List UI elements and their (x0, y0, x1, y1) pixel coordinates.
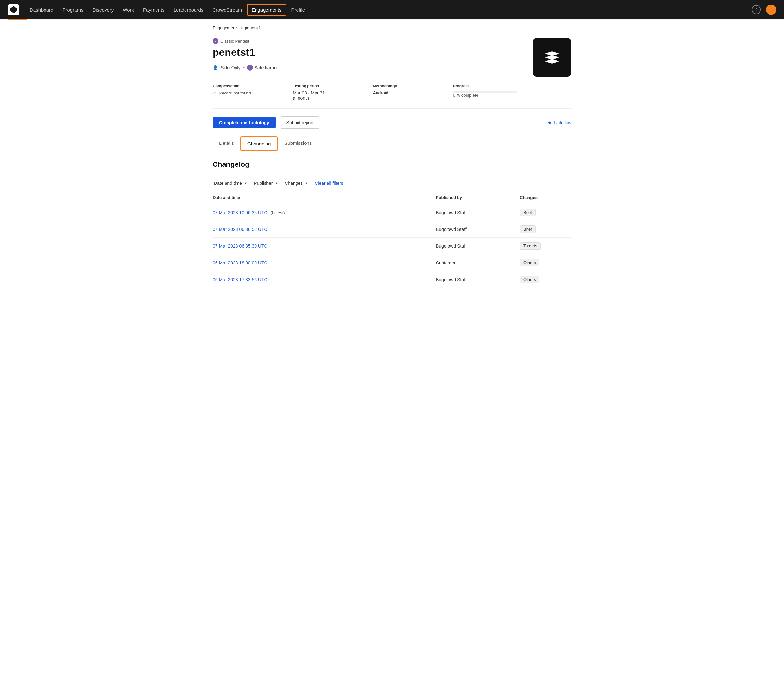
progress-text: 0 % complete (453, 93, 517, 98)
changelog-table: Date and time Published by Changes 07 Ma… (212, 191, 572, 288)
tab-submissions[interactable]: Submissions (278, 137, 318, 151)
nav-items: Dashboard Programs Discovery Work Paymen… (26, 4, 752, 16)
table-cell-date-4: 06 Mar 2023 17:33:56 UTC (212, 277, 436, 282)
filters-row: Date and time ▼ Publisher ▼ Changes ▼ Cl… (212, 175, 572, 191)
table-cell-date-3: 06 Mar 2023 18:00:00 UTC (212, 260, 436, 265)
nav-item-dashboard[interactable]: Dashboard (26, 5, 57, 15)
meta-solo: Solo-Only (221, 65, 240, 70)
testing-period-label: Testing period (293, 84, 357, 88)
stats-row: Compensation ⚠ Record not found Testing … (212, 77, 525, 100)
tabs: Details Changelog Submissions (212, 137, 572, 151)
filter-publisher-label: Publisher (254, 181, 273, 186)
table-row: 06 Mar 2023 18:00:00 UTC Customer Others (212, 255, 572, 271)
nav-item-profile[interactable]: Profile (287, 5, 309, 15)
person-icon: 👤 (212, 65, 218, 70)
change-badge-1: Brief (520, 225, 535, 233)
table-row: 06 Mar 2023 17:33:56 UTC Bugcrowd Staff … (212, 271, 572, 288)
filter-date-time-label: Date and time (214, 181, 242, 186)
chevron-down-icon-2: ▼ (275, 181, 278, 185)
date-link-1[interactable]: 07 Mar 2023 06:36:58 UTC (212, 227, 267, 232)
table-cell-date-1: 07 Mar 2023 06:36:58 UTC (212, 227, 436, 232)
stack-icon (544, 49, 561, 66)
header-left: ✓ Classic Pentest penetst1 👤 Solo-Only •… (212, 38, 525, 100)
warning-icon: ⚠ (212, 90, 217, 95)
submit-report-button[interactable]: Submit report (280, 117, 320, 129)
table-header: Date and time Published by Changes (212, 191, 572, 204)
avatar[interactable] (766, 5, 776, 15)
nav-item-engagements[interactable]: Engagements (247, 4, 286, 16)
changelog-section: Changelog Date and time ▼ Publisher ▼ Ch… (212, 151, 572, 288)
testing-period-sub: a month (293, 95, 357, 100)
meta-dot: • (243, 65, 245, 70)
unfollow-label: Unfollow (554, 120, 572, 125)
nav-item-programs[interactable]: Programs (58, 5, 87, 15)
stack-layer-2 (544, 55, 561, 60)
testing-period-value: Mar 03 - Mar 31 (293, 90, 357, 95)
unfollow-button[interactable]: ★ Unfollow (548, 120, 572, 125)
date-link-2[interactable]: 07 Mar 2023 06:35:30 UTC (212, 244, 267, 248)
safe-harbor-icon: ✓ (247, 65, 253, 71)
change-badge-4: Others (520, 276, 539, 283)
filter-date-time[interactable]: Date and time ▼ (212, 179, 249, 187)
nav-item-payments[interactable]: Payments (139, 5, 168, 15)
table-cell-change-3: Others (520, 259, 572, 267)
safe-harbor-badge: ✓ Safe harbor (247, 65, 278, 71)
clear-all-filters-button[interactable]: Clear all filters (315, 181, 343, 186)
header-section: ✓ Classic Pentest penetst1 👤 Solo-Only •… (212, 33, 572, 109)
table-header-changes: Changes (520, 195, 572, 200)
stat-compensation: Compensation ⚠ Record not found (212, 84, 285, 100)
stack-layer-1 (544, 51, 561, 56)
logo[interactable] (8, 4, 19, 15)
latest-badge-0: (Latest) (271, 210, 285, 215)
logo-icon (10, 6, 17, 13)
tab-details[interactable]: Details (212, 137, 240, 151)
header-image (533, 38, 572, 77)
table-cell-publisher-2: Bugcrowd Staff (436, 244, 520, 248)
changelog-title: Changelog (212, 160, 572, 169)
chevron-down-icon: ▼ (244, 181, 247, 185)
breadcrumb-parent[interactable]: Engagements (212, 25, 239, 30)
table-cell-change-4: Others (520, 276, 572, 283)
page-title: penetst1 (212, 46, 525, 58)
stack-layer-3 (544, 59, 561, 64)
date-link-0[interactable]: 07 Mar 2023 10:06:35 UTC (212, 210, 267, 215)
table-cell-change-1: Brief (520, 225, 572, 233)
table-cell-publisher-1: Bugcrowd Staff (436, 227, 520, 232)
nav-item-leaderboards[interactable]: Leaderboards (170, 5, 208, 15)
stat-methodology: Methodology Android (373, 84, 445, 100)
progress-label: Progress (453, 84, 517, 88)
pentest-badge-label: Classic Pentest (221, 39, 249, 44)
change-badge-3: Others (520, 259, 539, 267)
methodology-label: Methodology (373, 84, 437, 88)
star-icon: ★ (548, 120, 552, 125)
stat-testing-period: Testing period Mar 03 - Mar 31 a month (293, 84, 365, 100)
compensation-value: Record not found (219, 90, 251, 95)
table-cell-change-0: Brief (520, 209, 572, 216)
help-icon[interactable]: ? (752, 5, 761, 14)
table-cell-publisher-4: Bugcrowd Staff (436, 277, 520, 282)
chevron-down-icon-3: ▼ (305, 181, 308, 185)
complete-methodology-button[interactable]: Complete methodology (212, 117, 276, 128)
filter-publisher[interactable]: Publisher ▼ (253, 179, 279, 187)
navigation: Dashboard Programs Discovery Work Paymen… (0, 0, 784, 20)
stat-progress: Progress 0 % complete (453, 84, 525, 100)
filter-changes[interactable]: Changes ▼ (283, 179, 310, 187)
table-row: 07 Mar 2023 06:35:30 UTC Bugcrowd Staff … (212, 238, 572, 255)
date-link-4[interactable]: 06 Mar 2023 17:33:56 UTC (212, 277, 267, 282)
table-header-date: Date and time (212, 195, 436, 200)
table-header-published: Published by (436, 195, 520, 200)
main-content: Engagements > penetst1 ✓ Classic Pentest… (0, 20, 784, 696)
compensation-label: Compensation (212, 84, 277, 88)
compensation-warning: ⚠ Record not found (212, 90, 277, 95)
pentest-badge: ✓ Classic Pentest (212, 38, 525, 44)
table-cell-date-2: 07 Mar 2023 06:35:30 UTC (212, 244, 436, 248)
nav-item-crowdstream[interactable]: CrowdStream (208, 5, 246, 15)
breadcrumb: Engagements > penetst1 (212, 20, 572, 33)
filter-changes-label: Changes (285, 181, 303, 186)
date-link-3[interactable]: 06 Mar 2023 18:00:00 UTC (212, 260, 267, 265)
nav-item-discovery[interactable]: Discovery (88, 5, 117, 15)
methodology-value: Android (373, 90, 437, 95)
nav-item-work[interactable]: Work (119, 5, 138, 15)
tab-changelog[interactable]: Changelog (240, 137, 278, 151)
actions-row: Complete methodology Submit report ★ Unf… (212, 109, 572, 137)
